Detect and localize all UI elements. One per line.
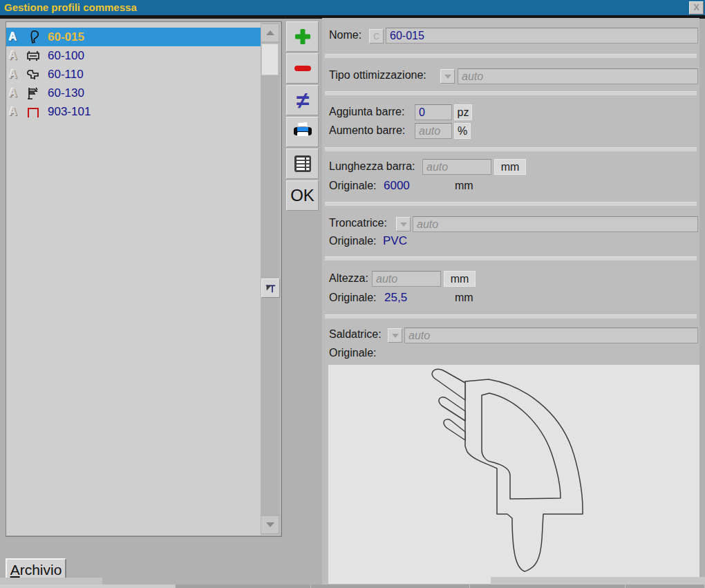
aumento-barre-input[interactable] <box>415 123 452 139</box>
list-item-label: 60-100 <box>48 49 84 63</box>
archivio-label-first: A <box>10 562 20 578</box>
troncatrice-input[interactable] <box>413 216 698 232</box>
list-item-label: 60-110 <box>48 68 84 82</box>
background-window-edge <box>491 577 705 585</box>
saldatrice-originale-label: Originale: <box>329 347 376 359</box>
scroll-down-button[interactable] <box>261 515 279 534</box>
lunghezza-unit: mm <box>494 159 526 175</box>
add-profile-button[interactable] <box>286 21 319 52</box>
detail-panel: Nome: C Tipo ottimizzazione: Aggiunta ba… <box>322 18 699 588</box>
taskbar-segment <box>311 585 470 588</box>
separator <box>325 147 697 151</box>
nome-label: Nome: <box>329 29 361 41</box>
aggiunta-barre-label: Aggiunta barre: <box>329 106 404 118</box>
archive-flag-badge: A <box>9 68 24 81</box>
background-taskbar-edge <box>0 585 705 588</box>
table-view-button[interactable] <box>286 149 319 179</box>
lunghezza-barra-input[interactable] <box>422 159 491 175</box>
remove-profile-button[interactable] <box>286 53 319 84</box>
list-item-60-100[interactable]: A 60-100 <box>6 46 261 65</box>
list-item-903-101[interactable]: A 903-101 <box>6 102 261 121</box>
flag-profile-icon <box>24 86 42 101</box>
tipo-dropdown-button[interactable] <box>440 69 455 84</box>
copy-name-button[interactable]: C <box>369 29 384 44</box>
altezza-label: Altezza: <box>329 272 368 285</box>
separator <box>325 256 697 260</box>
tipo-ottimizzazione-label: Tipo ottimizzazione: <box>329 69 426 82</box>
saldatrice-dropdown-button[interactable] <box>388 328 402 343</box>
chevron-down-icon <box>400 222 407 227</box>
altezza-originale-value: 25,5 <box>384 291 407 305</box>
dialog-gestione-profili: Gestione profili commessa X A 60-015 A 6… <box>0 0 705 588</box>
frame-profile-icon <box>24 48 42 64</box>
archive-flag-badge: A <box>9 50 24 62</box>
list-item-60-130[interactable]: A 60-130 <box>6 84 261 102</box>
lunghezza-originale-value: 6000 <box>384 179 410 193</box>
taskbar-segment <box>176 585 311 588</box>
marker-icon <box>265 283 276 294</box>
archive-flag-badge: A <box>9 106 24 118</box>
profile-section-drawing <box>328 365 699 584</box>
list-item-60-110[interactable]: A 60-110 <box>6 65 261 84</box>
close-button[interactable]: X <box>689 1 704 15</box>
background-window-edge <box>0 578 102 585</box>
list-item-label: 903-101 <box>48 105 91 119</box>
archive-flag-badge: A <box>9 87 24 99</box>
profile-list[interactable]: A 60-015 A 60-100 A 60-110 A 60-1 <box>6 21 282 537</box>
title-bar[interactable]: Gestione profili commessa X <box>0 0 705 15</box>
separator <box>325 202 697 206</box>
taskbar-segment <box>470 585 626 588</box>
channel-profile-icon <box>24 104 42 120</box>
hook-profile-icon <box>24 67 42 82</box>
minus-icon <box>292 58 313 79</box>
profile-drawing-area <box>328 365 699 584</box>
separator <box>325 91 697 95</box>
gasket-profile-icon <box>24 30 42 45</box>
arrow-down-icon <box>266 522 274 527</box>
archivio-label-rest: rchivio <box>20 562 62 578</box>
differences-button[interactable]: ≠ <box>286 85 319 115</box>
taskbar-segment <box>626 585 705 588</box>
not-equal-icon: ≠ <box>296 88 309 112</box>
altezza-originale-unit: mm <box>455 292 473 304</box>
scroll-up-button[interactable] <box>261 23 279 42</box>
altezza-input[interactable] <box>372 271 441 287</box>
plus-icon <box>292 26 313 47</box>
archive-flag-badge: A <box>9 31 24 44</box>
aumento-unit: % <box>454 123 471 139</box>
nome-input[interactable] <box>386 28 698 44</box>
troncatrice-dropdown-button[interactable] <box>396 217 411 231</box>
tipo-ottimizzazione-input[interactable] <box>458 68 698 84</box>
lunghezza-barra-label: Lunghezza barra: <box>329 160 415 173</box>
troncatrice-originale-value: PVC <box>383 234 407 248</box>
altezza-unit: mm <box>444 271 476 287</box>
separator <box>325 54 697 58</box>
saldatrice-input[interactable] <box>404 328 698 343</box>
aggiunta-unit: pz <box>454 104 472 120</box>
print-button[interactable] <box>286 117 319 147</box>
troncatrice-originale-label: Originale: <box>329 235 376 247</box>
window-title: Gestione profili commessa <box>4 1 137 13</box>
chevron-down-icon <box>392 334 399 338</box>
printer-icon <box>292 122 314 142</box>
list-item-label: 60-015 <box>48 30 84 44</box>
arrow-up-icon <box>266 30 274 35</box>
troncatrice-label: Troncatrice: <box>329 217 387 229</box>
aumento-barre-label: Aumento barre: <box>329 124 405 137</box>
chevron-down-icon <box>444 75 451 79</box>
taskbar-segment <box>0 585 176 588</box>
separator <box>325 314 697 319</box>
lunghezza-originale-label: Originale: <box>329 180 376 192</box>
list-item-60-015[interactable]: A 60-015 <box>6 28 261 46</box>
saldatrice-label: Saldatrice: <box>329 328 382 341</box>
list-scrollbar[interactable] <box>261 23 280 535</box>
altezza-originale-label: Originale: <box>329 292 376 304</box>
list-item-label: 60-130 <box>48 86 84 100</box>
lunghezza-originale-unit: mm <box>455 180 473 192</box>
scroll-marker-button[interactable] <box>261 278 280 298</box>
scrollbar-thumb[interactable] <box>261 44 279 75</box>
ok-button[interactable]: OK <box>286 180 319 211</box>
table-icon <box>292 154 313 173</box>
aggiunta-barre-input[interactable] <box>415 104 452 120</box>
ok-button-label: OK <box>290 186 314 205</box>
